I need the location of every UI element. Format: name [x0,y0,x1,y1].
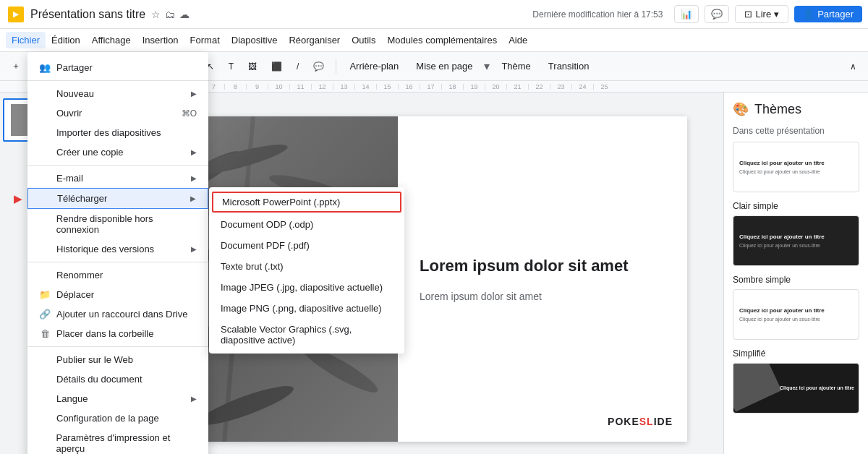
top-bar: ▶ Présentation sans titre ☆ 🗂 ☁ Dernière… [0,0,868,29]
trash-icon: 🗑 [39,328,51,339]
menu-parametres[interactable]: Paramètres d'impression et aperçu [27,428,208,454]
menu-deplacer[interactable]: 📁 Déplacer [27,285,208,304]
theme-card-2[interactable]: Cliquez ici pour ajouter un titre Clique… [733,215,859,266]
menu-ouvrir[interactable]: Ouvrir ⌘O [27,103,208,123]
details-label: Détails du document [56,374,142,385]
submenu-odp[interactable]: Document ODP (.odp) [209,214,404,235]
toolbar-collapse[interactable]: ∧ [844,59,862,74]
line-button[interactable]: / [291,59,305,74]
deplacer-label: Déplacer [56,289,94,300]
menu-importer[interactable]: Importer des diapositives [27,123,208,142]
slides-icon: ▶ [8,7,24,22]
menu-outils[interactable]: Outils [346,32,381,48]
partager-button[interactable]: 👤 Partager [794,6,862,22]
historique-arrow: ▶ [191,245,197,253]
partager-label: Partager [817,9,854,20]
slide-main-subtitle: Lorem ipsum dolor sit amet [420,291,665,302]
menu-reorganiser[interactable]: Réorganiser [283,32,346,48]
submenu-pdf[interactable]: Document PDF (.pdf) [209,235,404,256]
menu-email[interactable]: E-mail ▶ [27,168,208,188]
share-icon: 👥 [39,62,51,73]
telecharger-arrow: ▶ [190,194,196,202]
ajouter-raccourci-label: Ajouter un raccourci dans Drive [56,309,187,320]
ruler-19: 19 [463,84,485,90]
theme-tab[interactable]: Thème [494,58,537,74]
activity-button[interactable]: 📊 [674,5,699,23]
menu-bar: Fichier Édition Affichage Insertion Form… [0,29,868,52]
image-button[interactable]: 🖼 [242,59,263,74]
theme-card-4[interactable]: Cliquez ici pour ajouter un titre [733,363,859,414]
menu-format[interactable]: Format [184,32,226,48]
star-icon[interactable]: ☆ [151,9,161,20]
submenu-png[interactable]: Image PNG (.png, diapositive actuelle) [209,298,404,319]
menu-insertion[interactable]: Insertion [137,32,184,48]
theme1-subtitle: Cliquez ici pour ajouter un sous-titre [739,169,853,174]
folder-icon[interactable]: 🗂 [165,9,175,20]
themes-panel-title: 🎨 Thèmes [733,101,859,117]
arriere-plan-tab[interactable]: Arrière-plan [342,58,406,74]
comment-button[interactable]: 💬 [307,59,330,74]
menu-fichier[interactable]: Fichier [6,32,46,48]
menu-publier-web[interactable]: Publier sur le Web [27,350,208,369]
menu-creer-copie[interactable]: Créer une copie ▶ [27,142,208,162]
ruler-18: 18 [441,84,463,90]
ruler-20: 20 [485,84,506,90]
menu-diapositive[interactable]: Diapositive [226,32,284,48]
submenu-pptx[interactable]: Microsoft PowerPoint (.pptx) [212,192,401,213]
theme-card-3[interactable]: Cliquez ici pour ajouter un titre Clique… [733,289,859,340]
chat-button[interactable]: 💬 [705,5,729,23]
menu-section-manage: Renommer 📁 Déplacer 🔗 Ajouter un raccour… [27,262,208,347]
mise-page-dropdown[interactable]: ▾ [482,59,491,73]
theme2-title: Cliquez ici pour ajouter un titre [739,234,853,240]
menu-details[interactable]: Détails du document [27,369,208,389]
ouvrir-shortcut: ⌘O [182,108,197,119]
menu-nouveau[interactable]: Nouveau ▶ [27,84,208,103]
cloud-icon[interactable]: ☁ [179,9,190,20]
menu-ajouter-raccourci[interactable]: 🔗 Ajouter un raccourci dans Drive [27,304,208,324]
menu-langue[interactable]: Langue ▶ [27,389,208,408]
transition-tab[interactable]: Transition [541,58,597,74]
ruler-14: 14 [354,84,376,90]
pokeslide-highlight: SL [639,416,654,427]
menu-edition[interactable]: Édition [46,32,86,48]
nouveau-arrow: ▶ [191,90,197,98]
menu-affichage[interactable]: Affichage [86,32,137,48]
theme-preview-3: Sombre simple Cliquez ici pour ajouter u… [733,275,859,340]
creer-copie-label: Créer une copie [56,147,124,158]
menu-rendre-disponible[interactable]: Rendre disponible hors connexion [27,209,208,239]
shape-button[interactable]: ⬛ [265,59,288,74]
theme2-name: Clair simple [733,201,859,211]
menu-renommer[interactable]: Renommer [27,265,208,285]
ruler-11: 11 [289,84,311,90]
themes-section-label: Dans cette présentation [733,126,859,136]
email-label: E-mail [56,173,83,184]
menu-modules[interactable]: Modules complémentaires [381,32,503,48]
mise-en-page-tab[interactable]: Mise en page [409,58,480,74]
publier-web-label: Publier sur le Web [56,354,133,365]
shortcut-icon: 🔗 [39,309,51,320]
ruler-15: 15 [376,84,398,90]
slide-main-title: Lorem ipsum dolor sit amet [420,256,665,277]
theme3-title: Cliquez ici pour ajouter un titre [739,307,853,314]
theme-card-1[interactable]: Cliquez ici pour ajouter un titre Clique… [733,142,859,192]
menu-partager[interactable]: 👥 Partager [27,58,208,77]
move-icon: 📁 [39,289,51,300]
submenu-txt[interactable]: Texte brut (.txt) [209,256,404,277]
top-right-buttons: 📊 💬 ⊡ Lire ▾ 👤 Partager [674,5,862,23]
add-slide-button[interactable]: ＋ [6,57,26,75]
partager-label: Partager [56,62,93,73]
menu-historique[interactable]: Historique des versions ▶ [27,239,208,259]
lire-button[interactable]: ⊡ Lire ▾ [735,5,788,23]
submenu-jpeg[interactable]: Image JPEG (.jpg, diapositive actuelle) [209,277,404,298]
menu-configuration[interactable]: Configuration de la page [27,408,208,428]
menu-section-share: E-mail ▶ ▶ Télécharger ▶ Microsoft Power… [27,166,208,262]
pdf-label: Document PDF (.pdf) [221,240,310,251]
app-icon: ▶ [6,4,26,25]
ruler-12: 12 [311,84,333,90]
menu-placer-corbeille[interactable]: 🗑 Placer dans la corbeille [27,324,208,343]
menu-aide[interactable]: Aide [503,32,533,48]
submenu-svg[interactable]: Scalable Vector Graphics (.svg, diaposit… [209,319,404,351]
text-button[interactable]: T [223,59,239,74]
ruler-24: 24 [571,84,593,90]
menu-telecharger[interactable]: ▶ Télécharger ▶ Microsoft PowerPoint (.p… [27,188,208,209]
